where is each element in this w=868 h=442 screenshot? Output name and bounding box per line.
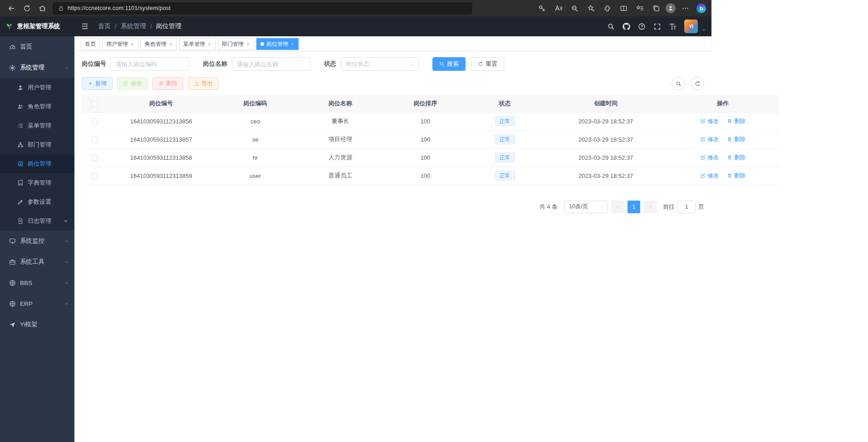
breadcrumb-home[interactable]: 首页 [98,22,111,30]
browser-menu-icon[interactable] [678,2,692,15]
table-row[interactable]: 1641030593112313858 hr 人力资源 100 正常 2023-… [82,148,779,167]
tab-user-mgmt[interactable]: 用户管理 [102,38,138,50]
sidebar-item-bbs[interactable]: BBS [0,272,74,293]
app-logo[interactable]: 意框架管理系统 [0,16,74,36]
row-checkbox[interactable] [91,118,98,125]
header-search-icon[interactable] [607,23,615,30]
status-badge: 正常 [495,152,515,162]
font-size-icon[interactable] [669,23,677,30]
tab-home[interactable]: 首页 [81,38,100,50]
fullscreen-icon[interactable] [653,23,661,30]
tab-close-icon[interactable] [246,42,250,46]
table-row[interactable]: 1641030593112313859 user 普通员工 100 正常 202… [82,167,779,185]
cell-created: 2023-03-29 18:52:37 [544,112,667,130]
toggle-search-button[interactable] [672,77,685,90]
add-button[interactable]: 新增 [82,77,113,90]
refresh-table-button[interactable] [691,77,704,90]
favorites-bar-icon[interactable] [633,2,647,15]
user-avatar[interactable]: Yi [684,20,698,33]
password-key-icon[interactable] [535,2,549,15]
copilot-icon[interactable]: b [696,4,706,13]
page-number-1[interactable]: 1 [628,201,640,213]
address-bar[interactable]: https://ccnetcore.com:1101/system/post [53,2,472,15]
refresh-icon [23,5,31,12]
post-code-input[interactable] [111,57,189,71]
tab-close-icon[interactable] [169,42,173,46]
search-button[interactable]: 搜索 [432,57,466,71]
sidebar-item-role-mgmt[interactable]: 角色管理 [0,97,74,116]
sidebar-item-post-mgmt[interactable]: 岗位管理 [0,154,74,173]
tab-role-mgmt[interactable]: 角色管理 [141,38,177,50]
row-checkbox[interactable] [91,173,98,179]
add-favorite-icon[interactable] [584,2,598,15]
read-aloud-icon[interactable] [551,2,565,15]
edit-button[interactable]: 修改 [117,77,148,90]
browser-refresh-button[interactable] [19,1,34,15]
goto-page-input[interactable] [677,201,696,213]
browser-profile-avatar[interactable] [666,3,676,13]
row-edit-link[interactable]: 修改 [700,136,719,143]
browser-home-button[interactable] [34,1,50,15]
github-icon[interactable] [623,23,630,30]
row-edit-link[interactable]: 修改 [700,172,719,180]
table-row[interactable]: 1641030593112313856 ceo 董事长 100 正常 2023-… [82,112,779,130]
tab-close-icon[interactable] [290,42,294,46]
sidebar-toggle-icon[interactable] [81,22,89,30]
collections-icon[interactable] [649,2,663,15]
sidebar-item-dept-mgmt[interactable]: 部门管理 [0,135,74,154]
row-delete-link[interactable]: 删除 [727,172,745,180]
avatar-dropdown-caret-icon[interactable] [701,28,706,32]
main-area: 首页 / 系统管理 / 岗位管理 Yi 首页 [74,16,711,442]
row-delete-link[interactable]: 删除 [727,154,745,162]
sidebar-item-log-mgmt[interactable]: 日志管理 [0,211,74,231]
cell-post-name: 普通员工 [295,167,386,185]
status-select[interactable]: 岗位状态 [341,57,419,71]
sidebar-item-home[interactable]: 首页 [0,36,74,57]
prev-page-button[interactable] [611,201,624,213]
sidebar-item-user-mgmt[interactable]: 用户管理 [0,78,74,97]
sidebar-item-erp[interactable]: ERP [0,293,74,314]
row-edit-link[interactable]: 修改 [700,154,719,162]
sidebar-item-param-settings[interactable]: 参数设置 [0,192,74,211]
reset-button[interactable]: 重置 [471,57,504,71]
select-all-checkbox[interactable] [91,101,98,107]
delete-button[interactable]: 删除 [152,77,183,90]
sidebar-item-system-tools[interactable]: 系统工具 [0,251,74,272]
sidebar-item-label: 字典管理 [28,179,51,187]
tab-dept-mgmt[interactable]: 部门管理 [218,38,254,50]
zoom-out-icon[interactable] [568,2,581,15]
export-button[interactable]: 导出 [188,77,219,90]
sidebar-item-yi-framework[interactable]: Yi框架 [0,314,74,335]
site-lock-icon [58,5,64,11]
row-delete-link[interactable]: 删除 [727,118,745,125]
sidebar-item-label: 菜单管理 [28,122,51,130]
split-screen-icon[interactable] [617,2,630,15]
next-page-button[interactable] [644,201,657,213]
table-row[interactable]: 1641030593112313857 se 项目经理 100 正常 2023-… [82,130,779,148]
row-delete-link[interactable]: 删除 [727,136,745,143]
sidebar-item-menu-mgmt[interactable]: 菜单管理 [0,116,74,135]
sidebar-item-system-mgmt[interactable]: 系统管理 [0,57,74,78]
extensions-icon[interactable] [600,2,614,15]
tab-post-mgmt[interactable]: 岗位管理 [256,38,299,50]
row-checkbox[interactable] [91,155,98,161]
sidebar-item-dict-mgmt[interactable]: 字典管理 [0,173,74,192]
sidebar-item-system-monitor[interactable]: 系统监控 [0,231,74,251]
post-name-input[interactable] [232,57,310,71]
help-icon[interactable] [638,23,646,30]
pagination-total: 共 4 条 [539,203,558,211]
chevron-down-icon [64,280,69,285]
row-checkbox[interactable] [91,137,98,143]
browser-back-button[interactable] [4,1,19,15]
cell-post-sort: 100 [386,148,465,167]
row-edit-link[interactable]: 修改 [700,118,719,125]
page-size-select[interactable]: 10条/页 [564,201,608,213]
sidebar-item-label: 角色管理 [28,103,51,111]
app-page: 意框架管理系统 首页 系统管理 用户管理 [0,16,711,442]
edit-icon [700,155,706,160]
tab-menu-mgmt[interactable]: 菜单管理 [179,38,216,50]
tab-close-icon[interactable] [207,42,211,46]
tab-close-icon[interactable] [130,42,134,46]
breadcrumb-system[interactable]: 系统管理 [121,22,146,30]
url-text: https://ccnetcore.com:1101/system/post [68,5,171,11]
